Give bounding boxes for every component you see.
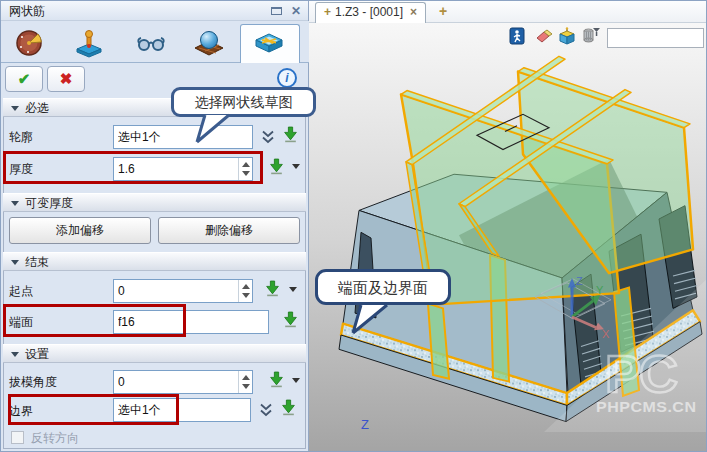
graphics-viewport: Z Y X Z PC PHPCMS.CN +1.Z3 - [0001]× + (309, 1, 707, 452)
dialog-title: 网状筋 (9, 4, 45, 18)
thickness-label: 厚度 (9, 161, 33, 178)
filter-input[interactable] (607, 28, 704, 48)
pick-from-view-icon[interactable] (268, 371, 285, 388)
collapse-arrow-icon (11, 106, 19, 111)
glasses-icon[interactable] (134, 27, 168, 59)
document-tab[interactable]: +1.Z3 - [0001]× (315, 2, 426, 23)
app-window: 网状筋 ✕ (0, 0, 707, 452)
document-tab-label: 1.Z3 - [0001] (335, 5, 403, 19)
expand-list-icon[interactable] (260, 129, 276, 145)
pick-from-view-icon[interactable] (282, 126, 299, 143)
triad-y-label: Y (596, 284, 603, 296)
profile-label: 轮廓 (9, 129, 33, 146)
solid-box-icon[interactable] (558, 27, 576, 45)
gauge-icon[interactable] (12, 27, 46, 59)
sphere-icon[interactable] (192, 27, 226, 59)
section-header-end[interactable]: 结束 (3, 252, 306, 271)
reverse-direction-checkbox (11, 431, 24, 444)
section-header-settings[interactable]: 设置 (3, 344, 306, 363)
start-input[interactable] (113, 279, 253, 303)
thickness-input[interactable] (113, 157, 253, 181)
tooltip-end-boundary-face: 端面及边界面 (315, 269, 451, 305)
start-spinner[interactable] (238, 280, 252, 302)
draft-angle-input[interactable] (113, 370, 253, 394)
tooltip-tail (343, 302, 391, 336)
dropdown-caret-icon[interactable] (289, 287, 297, 292)
rib-dialog-panel: 网状筋 ✕ (1, 1, 309, 452)
info-icon[interactable]: i (277, 68, 297, 88)
collapse-arrow-icon (11, 260, 19, 265)
boundary-input[interactable] (113, 398, 251, 422)
pick-from-view-icon[interactable] (280, 399, 297, 416)
pick-from-view-icon[interactable] (282, 311, 299, 328)
minimize-icon[interactable] (271, 7, 282, 15)
draft-angle-label: 拔模角度 (9, 374, 57, 391)
corner-axis-label: Z (361, 418, 369, 432)
end-face-input[interactable] (113, 310, 269, 334)
end-face-label: 端面 (9, 314, 33, 331)
ok-button[interactable]: ✔ (5, 66, 43, 92)
expand-list-icon[interactable] (258, 402, 274, 418)
tab-close-icon[interactable]: × (410, 5, 417, 19)
add-offset-button[interactable]: 添加偏移 (9, 217, 151, 244)
draft-angle-spinner[interactable] (238, 371, 252, 393)
triad-z-label: Z (576, 275, 583, 287)
parameter-area-border (3, 98, 306, 449)
watermark-logo: PC (605, 345, 677, 403)
exit-sketch-icon[interactable] (508, 27, 526, 45)
dropdown-caret-icon[interactable] (292, 164, 300, 169)
thickness-spinner[interactable] (238, 158, 252, 180)
rib-box-icon[interactable] (252, 27, 286, 59)
filter-icon[interactable] (582, 27, 600, 45)
collapse-arrow-icon (11, 352, 19, 357)
remove-offset-button[interactable]: 删除偏移 (158, 217, 300, 244)
collapse-arrow-icon (11, 201, 19, 206)
eraser-icon[interactable] (534, 27, 552, 45)
pick-from-view-icon[interactable] (264, 280, 281, 297)
dropdown-caret-icon[interactable] (292, 378, 300, 383)
triad-x-label: X (602, 328, 609, 340)
new-tab-button[interactable]: + (439, 3, 447, 19)
viewport-canvas[interactable]: Z Y X Z PC PHPCMS.CN (309, 23, 707, 452)
pick-from-view-icon[interactable] (268, 158, 285, 175)
reverse-direction-label: 反转方向 (31, 430, 79, 447)
dialog-titlebar: 网状筋 ✕ (1, 1, 308, 21)
tooltip-tail (189, 113, 233, 145)
document-tab-bar: +1.Z3 - [0001]× + (309, 1, 707, 23)
cancel-button[interactable]: ✖ (47, 66, 85, 92)
tab-modified-icon: + (324, 5, 331, 19)
stamp-icon[interactable] (72, 27, 106, 59)
boundary-label: 边界 (9, 403, 33, 420)
start-label: 起点 (9, 283, 33, 300)
dialog-tabstrip (1, 21, 309, 63)
close-icon[interactable]: ✕ (291, 3, 301, 19)
watermark-text: PHPCMS.CN (596, 398, 696, 415)
section-header-variable-thickness[interactable]: 可变厚度 (3, 193, 306, 212)
